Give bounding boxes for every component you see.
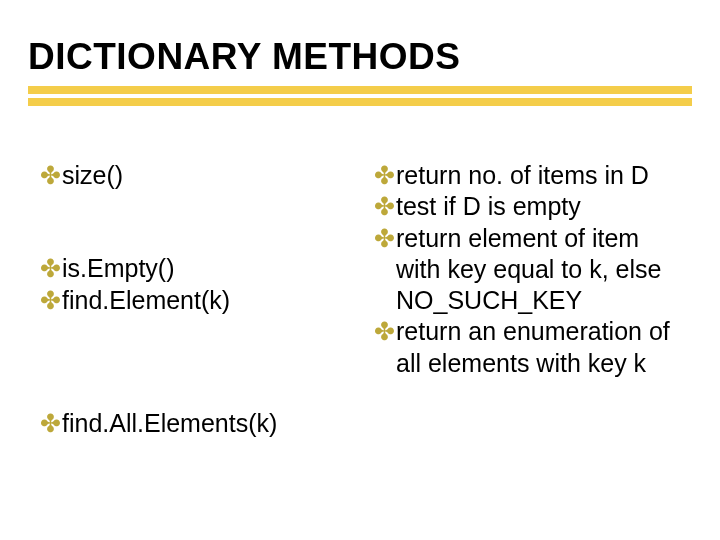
bullet-icon: ✤ <box>374 160 392 191</box>
list-item: ✤ return no. of items in D <box>374 160 680 191</box>
bullet-icon: ✤ <box>40 160 58 191</box>
list-item: ✤ return an enumeration of all elements … <box>374 316 680 379</box>
bullet-icon: ✤ <box>374 316 392 347</box>
list-item: ✤ size() <box>40 160 340 191</box>
bullet-icon: ✤ <box>374 223 392 254</box>
method-description: return element of item with key equal to… <box>396 223 680 317</box>
method-name: find.All.Elements(k) <box>62 408 340 439</box>
method-name: size() <box>62 160 340 191</box>
list-item: ✤ find.Element(k) <box>40 285 340 316</box>
method-description: return no. of items in D <box>396 160 680 191</box>
list-item: ✤ is.Empty() <box>40 253 340 284</box>
method-name: find.Element(k) <box>62 285 340 316</box>
list-item: ✤ return element of item with key equal … <box>374 223 680 317</box>
body-columns: ✤ size() ✤ is.Empty() ✤ find.Element(k) … <box>40 160 680 439</box>
descriptions-column: ✤ return no. of items in D ✤ test if D i… <box>374 160 680 439</box>
method-description: test if D is empty <box>396 191 680 222</box>
method-description: return an enumeration of all elements wi… <box>396 316 680 379</box>
bullet-icon: ✤ <box>40 285 58 316</box>
bullet-icon: ✤ <box>374 191 392 222</box>
list-item: ✤ test if D is empty <box>374 191 680 222</box>
bullet-icon: ✤ <box>40 253 58 284</box>
title-underline-1 <box>28 86 692 94</box>
title-block: DICTIONARY METHODS <box>28 38 692 75</box>
slide: DICTIONARY METHODS ✤ size() ✤ is.Empty()… <box>0 0 720 540</box>
method-name: is.Empty() <box>62 253 340 284</box>
list-item: ✤ find.All.Elements(k) <box>40 408 340 439</box>
bullet-icon: ✤ <box>40 408 58 439</box>
page-title: DICTIONARY METHODS <box>28 38 692 75</box>
methods-column: ✤ size() ✤ is.Empty() ✤ find.Element(k) … <box>40 160 340 439</box>
title-underline-2 <box>28 98 692 106</box>
